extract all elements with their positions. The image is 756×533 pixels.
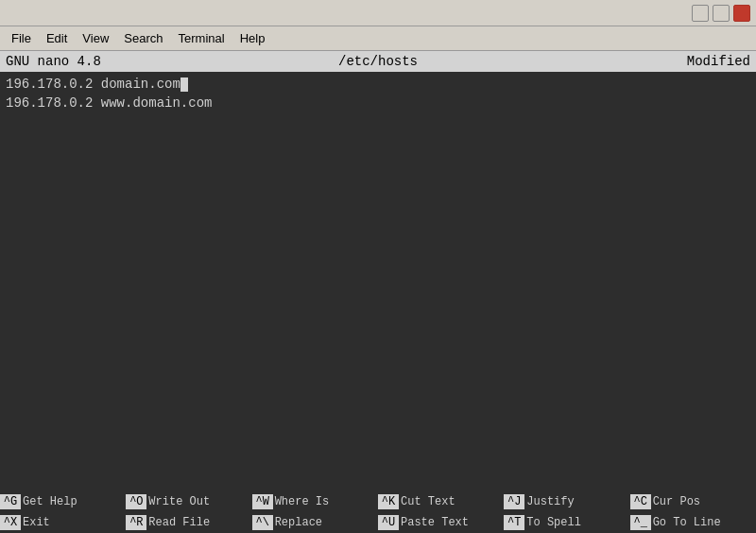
menu-item-view[interactable]: View bbox=[75, 29, 116, 47]
text-cursor bbox=[180, 77, 188, 92]
editor-line: 196.178.0.2 domain.com bbox=[6, 76, 750, 95]
menubar: FileEditViewSearchTerminalHelp bbox=[0, 26, 756, 51]
menu-item-edit[interactable]: Edit bbox=[39, 29, 75, 47]
close-button[interactable] bbox=[733, 5, 750, 22]
shortcut-key: ^X bbox=[0, 515, 21, 530]
shortcut-bars: ^GGet Help^OWrite Out^WWhere Is^KCut Tex… bbox=[0, 491, 756, 533]
shortcut-item[interactable]: ^\Replace bbox=[252, 515, 378, 530]
shortcut-item[interactable]: ^KCut Text bbox=[378, 494, 504, 509]
restore-button[interactable] bbox=[713, 5, 730, 22]
shortcut-row: ^XExit^RRead File^\Replace^UPaste Text^T… bbox=[0, 512, 756, 533]
nano-status-version: GNU nano 4.8 bbox=[6, 54, 192, 69]
shortcut-key: ^C bbox=[630, 494, 651, 509]
shortcut-key: ^\ bbox=[252, 515, 273, 530]
shortcut-item[interactable]: ^CCur Pos bbox=[630, 494, 756, 509]
shortcut-label: To Spell bbox=[526, 516, 581, 529]
shortcut-key: ^U bbox=[378, 515, 399, 530]
shortcut-item[interactable]: ^RRead File bbox=[126, 515, 251, 530]
menu-item-help[interactable]: Help bbox=[232, 29, 273, 47]
shortcut-label: Get Help bbox=[23, 495, 77, 508]
shortcut-item[interactable]: ^XExit bbox=[0, 515, 126, 530]
nano-status-modified: Modified bbox=[564, 54, 750, 69]
menu-item-search[interactable]: Search bbox=[116, 29, 170, 47]
shortcut-label: Read File bbox=[148, 516, 210, 529]
shortcut-key: ^K bbox=[378, 494, 399, 509]
shortcut-label: Replace bbox=[275, 516, 322, 529]
shortcut-label: Where Is bbox=[275, 495, 330, 508]
titlebar bbox=[0, 0, 756, 26]
minimize-button[interactable] bbox=[692, 5, 709, 22]
terminal: GNU nano 4.8/etc/hostsModified 196.178.0… bbox=[0, 51, 756, 533]
shortcut-key: ^J bbox=[504, 494, 524, 509]
shortcut-key: ^O bbox=[126, 494, 146, 509]
shortcut-item[interactable]: ^_Go To Line bbox=[630, 515, 756, 530]
shortcut-item[interactable]: ^JJustify bbox=[504, 494, 629, 509]
shortcut-item[interactable]: ^WWhere Is bbox=[252, 494, 378, 509]
shortcut-item[interactable]: ^UPaste Text bbox=[378, 515, 504, 530]
shortcut-label: Go To Line bbox=[653, 516, 721, 529]
shortcut-key: ^R bbox=[126, 515, 146, 530]
shortcut-label: Write Out bbox=[148, 495, 210, 508]
menu-item-file[interactable]: File bbox=[4, 29, 39, 47]
shortcut-label: Paste Text bbox=[401, 516, 469, 529]
titlebar-controls bbox=[692, 5, 750, 22]
shortcut-key: ^T bbox=[504, 515, 524, 530]
shortcut-label: Justify bbox=[526, 495, 574, 508]
menu-item-terminal[interactable]: Terminal bbox=[171, 29, 232, 47]
shortcut-label: Cur Pos bbox=[653, 495, 700, 508]
shortcut-key: ^_ bbox=[630, 515, 651, 530]
shortcut-label: Cut Text bbox=[401, 495, 455, 508]
shortcut-row: ^GGet Help^OWrite Out^WWhere Is^KCut Tex… bbox=[0, 491, 756, 512]
shortcut-key: ^W bbox=[252, 494, 273, 509]
shortcut-label: Exit bbox=[23, 516, 50, 529]
editor-area[interactable]: 196.178.0.2 domain.com196.178.0.2 www.do… bbox=[0, 72, 756, 491]
editor-line: 196.178.0.2 www.domain.com bbox=[6, 95, 750, 113]
shortcut-item[interactable]: ^TTo Spell bbox=[504, 515, 629, 530]
shortcut-item[interactable]: ^GGet Help bbox=[0, 494, 126, 509]
nano-status-filename: /etc/hosts bbox=[192, 54, 564, 69]
shortcut-key: ^G bbox=[0, 494, 21, 509]
nano-statusbar: GNU nano 4.8/etc/hostsModified bbox=[0, 51, 756, 72]
shortcut-item[interactable]: ^OWrite Out bbox=[126, 494, 251, 509]
